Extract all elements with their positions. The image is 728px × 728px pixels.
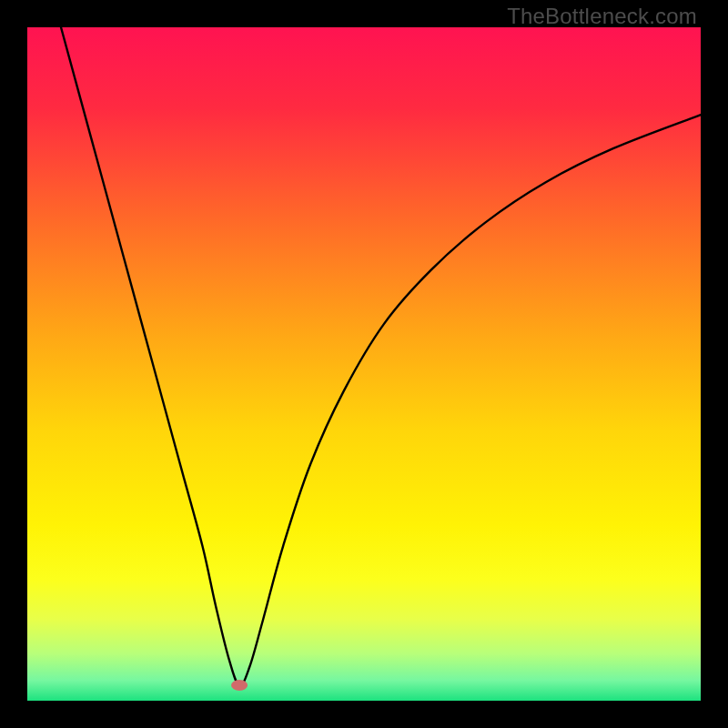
watermark-text: TheBottleneck.com [507, 4, 697, 29]
curve-layer [27, 27, 701, 701]
min-marker [231, 680, 248, 691]
bottleneck-curve [61, 27, 701, 685]
plot-frame [27, 27, 701, 701]
